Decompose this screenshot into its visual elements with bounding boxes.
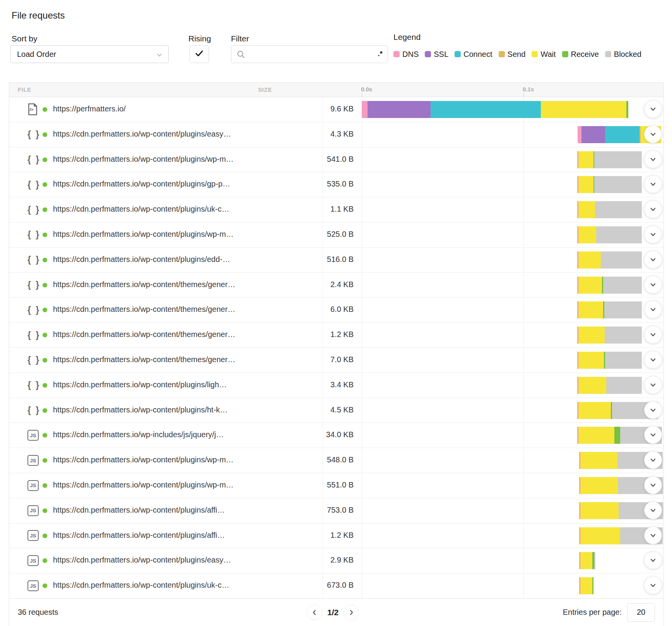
file-size: 551.0 B (276, 481, 354, 489)
expand-row-button[interactable] (644, 251, 662, 269)
legend-item-label: Receive (571, 50, 599, 59)
segment-wait (578, 176, 593, 193)
table-rows: /> https://perfmatters.io/ 9.6 KB { } ht… (9, 97, 663, 598)
entries-per-page-input[interactable] (627, 603, 655, 622)
chevron-down-icon (649, 330, 657, 339)
legend-item-dns: DNS (393, 50, 419, 59)
file-size: 1.2 KB (276, 531, 354, 540)
segment-blocked (605, 327, 642, 344)
send-swatch-icon (499, 51, 505, 57)
segment-receive (592, 577, 593, 594)
status-dot (43, 157, 47, 162)
chevron-right-icon (348, 609, 354, 616)
status-dot (43, 458, 47, 463)
expand-row-button[interactable] (644, 200, 662, 218)
segment-blocked (604, 301, 642, 318)
status-dot (43, 358, 47, 363)
css-file-icon: { } (27, 222, 40, 247)
expand-row-button[interactable] (644, 276, 662, 294)
blocked-swatch-icon (605, 51, 611, 57)
svg-text:/>: /> (30, 108, 34, 112)
chevron-down-icon (649, 281, 657, 289)
chevron-down-icon (649, 105, 657, 113)
chevron-down-icon (649, 130, 657, 139)
receive-swatch-icon (562, 51, 568, 57)
status-dot (43, 207, 47, 212)
chevron-down-icon (649, 230, 657, 239)
legend-label: Legend (393, 32, 421, 42)
table-row: JS https://cdn.perfmatters.io/wp-content… (9, 473, 663, 498)
status-dot (43, 308, 47, 312)
status-dot (43, 383, 47, 388)
js-file-icon: JS (27, 498, 39, 523)
expand-row-button[interactable] (644, 451, 662, 469)
expand-row-button[interactable] (644, 376, 662, 394)
file-size: 4.3 KB (276, 130, 354, 139)
css-file-icon: { } (27, 122, 40, 147)
status-dot (43, 258, 47, 262)
file-requests-panel: File requests Sort by Rising Filter Lege… (0, 0, 672, 626)
segment-dns (362, 101, 368, 118)
expand-row-button[interactable] (644, 351, 662, 369)
expand-row-button[interactable] (644, 100, 662, 118)
column-header-size: SIZE (258, 86, 272, 93)
table-row: { } https://cdn.perfmatters.io/wp-conten… (9, 323, 663, 348)
js-file-icon: JS (27, 423, 39, 448)
js-file-icon: JS (27, 448, 39, 473)
css-file-icon: { } (27, 298, 40, 322)
expand-row-button[interactable] (644, 175, 662, 193)
table-row: JS https://cdn.perfmatters.io/wp-include… (9, 423, 663, 448)
expand-row-button[interactable] (644, 551, 662, 569)
previous-page-button[interactable] (307, 605, 322, 620)
chevron-down-icon (649, 381, 657, 389)
waterfall-bar (579, 577, 593, 594)
segment-wait (578, 251, 601, 269)
expand-row-button[interactable] (644, 125, 662, 143)
status-dot (43, 408, 47, 413)
file-size: 4.5 KB (276, 405, 354, 414)
sort-by-dropdown[interactable]: Load Order (10, 45, 169, 63)
filter-input[interactable] (249, 46, 371, 63)
column-header-file: FILE (18, 86, 31, 93)
expand-row-button[interactable] (644, 401, 662, 419)
ssl-swatch-icon (425, 51, 431, 57)
table-row: { } https://cdn.perfmatters.io/wp-conten… (9, 273, 663, 298)
rising-checkbox[interactable] (190, 45, 209, 63)
next-page-button[interactable] (344, 605, 359, 620)
segment-blocked (605, 352, 642, 369)
table-row: { } https://cdn.perfmatters.io/wp-conten… (9, 197, 663, 222)
expand-row-button[interactable] (644, 151, 662, 168)
css-file-icon: { } (27, 373, 40, 398)
file-url: https://perfmatters.io/ (53, 104, 126, 113)
legend-item-label: Send (508, 50, 526, 59)
expand-row-button[interactable] (644, 576, 662, 594)
expand-row-button[interactable] (644, 501, 662, 519)
status-dot (43, 233, 47, 237)
expand-row-button[interactable] (644, 476, 662, 494)
css-file-icon: { } (27, 273, 40, 298)
file-size: 34.0 KB (276, 430, 354, 439)
regex-hint: .* (378, 50, 383, 58)
expand-row-button[interactable] (644, 527, 662, 544)
segment-wait (580, 552, 592, 569)
expand-row-button[interactable] (644, 301, 662, 318)
sort-by-label: Sort by (12, 34, 38, 43)
search-icon (236, 50, 246, 61)
segment-blocked (601, 251, 642, 269)
css-file-icon: { } (27, 147, 40, 172)
checkmark-icon (194, 48, 204, 60)
file-url: https://cdn.perfmatters.io/wp-content/pl… (53, 506, 225, 515)
css-file-icon: { } (27, 348, 40, 373)
chevron-down-icon (649, 356, 657, 364)
waterfall-bar (577, 377, 642, 394)
js-file-icon: JS (27, 523, 39, 548)
waterfall-bar (577, 327, 642, 344)
expand-row-button[interactable] (644, 326, 662, 344)
expand-row-button[interactable] (644, 226, 662, 243)
file-url: https://cdn.perfmatters.io/wp-content/pl… (53, 180, 230, 188)
waterfall-bar (577, 226, 642, 243)
segment-wait (580, 477, 618, 494)
file-url: https://cdn.perfmatters.io/wp-content/pl… (53, 581, 229, 590)
css-file-icon: { } (27, 197, 40, 222)
file-url: https://cdn.perfmatters.io/wp-content/pl… (53, 255, 230, 264)
